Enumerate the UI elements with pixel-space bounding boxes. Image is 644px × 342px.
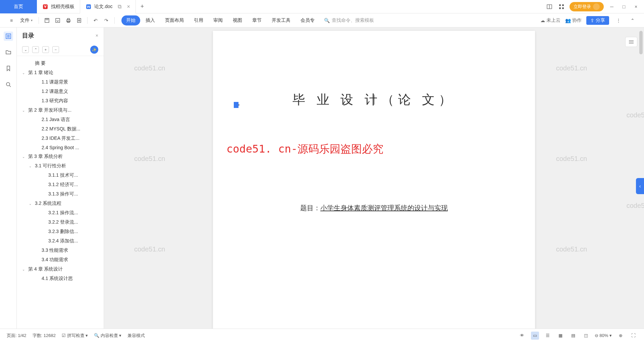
- word-count[interactable]: 字数: 12682: [33, 333, 56, 339]
- more-icon[interactable]: ⋮: [614, 16, 623, 25]
- close-icon[interactable]: ×: [127, 4, 130, 10]
- outline-item[interactable]: ⌄第 1 章 绪论: [17, 68, 104, 77]
- tab-add[interactable]: +: [136, 3, 149, 10]
- find-icon[interactable]: [4, 80, 13, 89]
- tab-template[interactable]: 找稻壳模板: [37, 0, 80, 13]
- ribbon-tab-review[interactable]: 审阅: [209, 15, 227, 25]
- web-view-icon[interactable]: ▦: [556, 332, 565, 340]
- outline-item-label: 3.2.1 操作流...: [48, 210, 78, 216]
- undo-icon[interactable]: ↶: [91, 16, 100, 25]
- outline-item[interactable]: 2.1 Java 语言: [17, 115, 104, 124]
- collab-button[interactable]: 👥 协作: [565, 17, 582, 23]
- outline-item-label: 摘 要: [35, 60, 46, 66]
- scroll-thumb[interactable]: [639, 31, 643, 54]
- window-close-icon[interactable]: ×: [632, 3, 640, 11]
- svg-rect-14: [77, 18, 81, 22]
- ribbon-tab-reference[interactable]: 引用: [189, 15, 208, 25]
- zoom-control[interactable]: ⊖ 80% ▾: [595, 333, 612, 338]
- apps-icon[interactable]: [557, 3, 566, 11]
- outline-item[interactable]: ⌄3.2 系统流程: [17, 199, 104, 208]
- layout-icon[interactable]: [545, 3, 553, 11]
- template-icon: [42, 4, 48, 10]
- menu-icon[interactable]: ≡: [7, 16, 16, 25]
- outline-item-label: 3.1 可行性分析: [35, 163, 66, 169]
- remove-heading-icon[interactable]: −: [52, 46, 59, 53]
- login-button[interactable]: 立即登录: [570, 2, 604, 11]
- outline-item[interactable]: 4.1 系统设计思: [17, 274, 104, 283]
- ribbon-tab-layout[interactable]: 页面布局: [160, 15, 189, 25]
- outline-item[interactable]: 摘 要: [17, 59, 104, 68]
- outline-item[interactable]: 3.1.2 经济可...: [17, 180, 104, 189]
- minimize-icon[interactable]: ─: [608, 3, 616, 11]
- vertical-scrollbar[interactable]: [639, 27, 643, 329]
- tab-template-label: 找稻壳模板: [51, 4, 74, 10]
- outline-item[interactable]: ⌄第 3 章 系统分析: [17, 152, 104, 161]
- outline-item[interactable]: 1.1 课题背景: [17, 77, 104, 87]
- file-menu[interactable]: 文件 ▾: [17, 17, 35, 23]
- outline-item-label: 1.2 课题意义: [42, 89, 68, 95]
- ai-icon[interactable]: ✨: [90, 46, 98, 54]
- page-counter[interactable]: 页面: 1/42: [7, 333, 26, 339]
- outline-item[interactable]: 3.2.2 登录流...: [17, 218, 104, 227]
- cloud-button[interactable]: ☁ 未上云: [540, 17, 560, 23]
- outline-icon[interactable]: [4, 32, 13, 41]
- tab-home[interactable]: 首页: [0, 0, 37, 13]
- print-icon[interactable]: [64, 16, 73, 25]
- outline-item[interactable]: 1.2 课题意义: [17, 87, 104, 96]
- maximize-icon[interactable]: □: [620, 3, 628, 11]
- page-view-icon[interactable]: ▭: [531, 332, 539, 340]
- save-icon[interactable]: [42, 16, 52, 25]
- outline-item[interactable]: 3.3 性能需求: [17, 246, 104, 255]
- outline-item[interactable]: 2.2 MYSQL 数据...: [17, 124, 104, 134]
- svg-rect-7: [562, 7, 564, 9]
- add-heading-icon[interactable]: +: [42, 46, 49, 53]
- outline-item[interactable]: ⌄第 2 章 开发环境与...: [17, 106, 104, 115]
- outline-item[interactable]: 1.3 研究内容: [17, 96, 104, 106]
- fullscreen-icon[interactable]: ⛶: [629, 332, 637, 340]
- watermark: code51.cn: [556, 245, 587, 253]
- outline-item[interactable]: 3.2.1 操作流...: [17, 208, 104, 218]
- paragraph-handle-icon[interactable]: [233, 101, 240, 109]
- outline-item[interactable]: ⌄3.1 可行性分析: [17, 161, 104, 171]
- collapse-all-icon[interactable]: ⌄: [22, 46, 29, 53]
- outline-item[interactable]: 3.1.3 操作可...: [17, 189, 104, 199]
- compat-mode[interactable]: 兼容模式: [127, 333, 145, 339]
- ribbon-tab-member[interactable]: 会员专: [296, 15, 319, 25]
- outline-item[interactable]: ⌄第 4 章 系统设计: [17, 265, 104, 274]
- tab-split-icon[interactable]: ⧉: [118, 4, 121, 10]
- redo-icon[interactable]: ↷: [102, 16, 111, 25]
- outline-item[interactable]: 3.2.3 删除信...: [17, 227, 104, 236]
- split-view-icon[interactable]: ◫: [582, 332, 590, 340]
- outline-close-icon[interactable]: ×: [96, 33, 98, 38]
- search-box[interactable]: 🔍 查找命令、搜索模板: [321, 17, 377, 23]
- ribbon-tab-devtools[interactable]: 开发工具: [267, 15, 295, 25]
- outline-item[interactable]: 2.3 IDEA 开发工...: [17, 134, 104, 143]
- share-button[interactable]: ⇪ 分享: [586, 16, 609, 25]
- tab-document[interactable]: 论文.doc ⧉ ×: [80, 0, 136, 13]
- read-view-icon[interactable]: ▤: [569, 332, 577, 340]
- svg-rect-9: [46, 18, 48, 20]
- expand-all-icon[interactable]: ⌃: [32, 46, 39, 53]
- preview-icon[interactable]: [74, 16, 84, 25]
- separator: [114, 17, 115, 24]
- ribbon-tab-insert[interactable]: 插入: [141, 15, 160, 25]
- eye-icon[interactable]: 👁: [518, 332, 526, 340]
- zoom-in-icon[interactable]: ⊕: [616, 332, 625, 340]
- folder-icon[interactable]: [4, 48, 13, 57]
- saveas-icon[interactable]: [53, 16, 62, 25]
- tab-document-label: 论文.doc: [94, 4, 112, 10]
- spellcheck-button[interactable]: ☑ 拼写检查 ▾: [62, 333, 88, 339]
- bookmark-icon[interactable]: [4, 64, 13, 73]
- collapse-ribbon-icon[interactable]: ⌃: [628, 16, 637, 25]
- outline-item[interactable]: 3.4 功能需求: [17, 255, 104, 265]
- collapse-panel-button[interactable]: [625, 37, 637, 47]
- outline-item[interactable]: 3.2.4 添加信...: [17, 236, 104, 246]
- outline-item[interactable]: 2.4 Spring Boot ...: [17, 143, 104, 152]
- ribbon-tab-chapter[interactable]: 章节: [248, 15, 266, 25]
- ribbon-tab-start[interactable]: 开始: [121, 15, 140, 25]
- content-check-button[interactable]: 🔍 内容检查 ▾: [94, 333, 121, 339]
- outline-item[interactable]: 3.1.1 技术可...: [17, 171, 104, 180]
- document-area[interactable]: code51.cn code51.cn code51.cn code51.cn …: [104, 27, 644, 329]
- outline-view-icon[interactable]: ☰: [544, 332, 552, 340]
- ribbon-tab-view[interactable]: 视图: [228, 15, 247, 25]
